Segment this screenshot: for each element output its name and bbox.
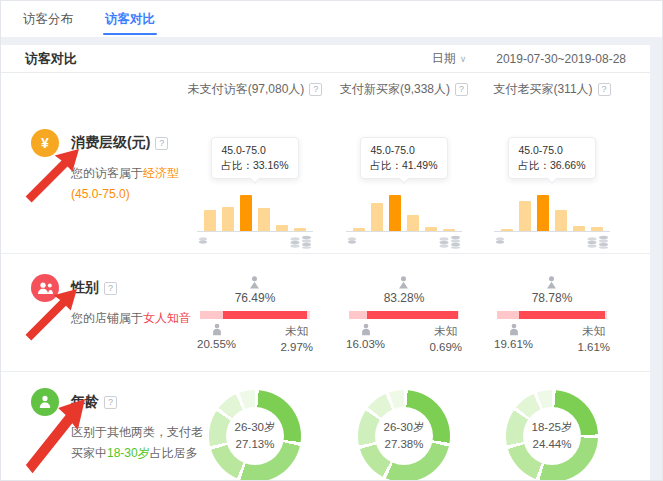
donut-center-label: 26-30岁 27.38% bbox=[375, 407, 433, 465]
unknown-label: 未知 bbox=[582, 323, 605, 339]
female-icon bbox=[396, 276, 411, 289]
male-share: 20.55% bbox=[197, 323, 236, 355]
unknown-segment bbox=[458, 311, 459, 319]
age-donut-returning-buyers[interactable]: 18-25岁 24.44% bbox=[478, 372, 626, 481]
donut-chart[interactable]: 26-30岁 27.13% bbox=[209, 390, 301, 481]
age-donut-new-buyers[interactable]: 26-30岁 27.38% bbox=[330, 372, 478, 481]
gender-ratio-bar[interactable] bbox=[200, 311, 310, 319]
annotation-arrow bbox=[23, 149, 79, 205]
gender-chart-unpaid[interactable]: 76.49% 20.55% 未知 2.97% bbox=[181, 254, 329, 355]
help-icon[interactable]: ? bbox=[104, 396, 117, 409]
age-bucket-label: 26-30岁 bbox=[384, 419, 425, 436]
bar-chart[interactable] bbox=[501, 194, 603, 231]
coin-low-icon bbox=[346, 235, 358, 247]
consumption-title: 消费层级(元) bbox=[71, 134, 150, 152]
male-icon bbox=[507, 323, 521, 336]
male-share: 19.61% bbox=[494, 323, 533, 355]
column-header-label: 支付新买家(9,338人) bbox=[340, 81, 450, 98]
consumption-chart-returning-buyers[interactable]: 45.0-75.0 占比：36.66% bbox=[478, 105, 626, 249]
unknown-percent: 0.69% bbox=[429, 339, 462, 355]
age-bucket-label: 26-30岁 bbox=[235, 419, 276, 436]
gender-bottom-labels: 20.55% 未知 2.97% bbox=[197, 323, 313, 355]
tooltip-value: 41.49% bbox=[402, 159, 438, 171]
gender-chart-returning-buyers[interactable]: 78.78% 19.61% 未知 1.61% bbox=[478, 254, 626, 355]
annotation-arrow bbox=[23, 399, 85, 477]
row-consumption-level: ¥ 消费层级(元) ? 您的访客属于经济型(45.0-75.0) 45.0-75… bbox=[1, 105, 650, 253]
female-segment bbox=[223, 311, 307, 319]
help-icon[interactable]: ? bbox=[155, 137, 168, 150]
date-range-value: 2019-07-30~2019-08-28 bbox=[496, 52, 626, 66]
tab-visitor-distribution[interactable]: 访客分布 bbox=[21, 1, 75, 38]
tooltip-value: 36.66% bbox=[550, 159, 586, 171]
date-filter[interactable]: 日期 ∨ 2019-07-30~2019-08-28 bbox=[432, 50, 626, 67]
age-donut-unpaid[interactable]: 26-30岁 27.13% bbox=[181, 372, 329, 481]
tab-visitor-comparison[interactable]: 访客对比 bbox=[103, 1, 157, 38]
unknown-label: 未知 bbox=[434, 323, 457, 339]
female-percent: 83.28% bbox=[384, 291, 425, 305]
column-header-new-buyers: 支付新买家(9,338人) ? bbox=[330, 73, 478, 105]
consumption-desc-text: 您的访客属于 bbox=[71, 166, 143, 180]
tooltip-range: 45.0-75.0 bbox=[518, 143, 585, 158]
female-percent: 78.78% bbox=[532, 291, 573, 305]
chevron-down-icon: ∨ bbox=[460, 54, 467, 64]
donut-center-label: 18-25岁 24.44% bbox=[523, 407, 581, 465]
help-icon[interactable]: ? bbox=[455, 83, 468, 96]
column-header-unpaid-visitors: 未支付访客(97,080人) ? bbox=[181, 73, 329, 105]
help-icon[interactable]: ? bbox=[104, 282, 117, 295]
unknown-share: 未知 0.69% bbox=[429, 323, 462, 355]
chart-axis bbox=[346, 231, 462, 232]
coins-high-icon bbox=[289, 235, 313, 249]
gender-bottom-labels: 16.03% 未知 0.69% bbox=[346, 323, 462, 355]
unknown-percent: 1.61% bbox=[577, 339, 610, 355]
consumption-chart-unpaid[interactable]: 45.0-75.0 占比：33.16% bbox=[181, 105, 329, 249]
age-desc-highlight: 18-30岁 bbox=[107, 446, 150, 460]
unknown-share: 未知 2.97% bbox=[280, 323, 313, 355]
coins-high-icon bbox=[438, 235, 462, 249]
bar bbox=[519, 201, 531, 231]
gender-ratio-bar[interactable] bbox=[349, 311, 459, 319]
age-bucket-percent: 24.44% bbox=[532, 436, 571, 453]
tooltip-range: 45.0-75.0 bbox=[370, 143, 437, 158]
donut-chart[interactable]: 18-25岁 24.44% bbox=[506, 390, 598, 481]
female-segment bbox=[519, 311, 606, 319]
chart-axis-icons bbox=[197, 235, 313, 249]
top-tab-bar: 访客分布 访客对比 bbox=[1, 1, 662, 37]
help-icon[interactable]: ? bbox=[598, 83, 611, 96]
tooltip-label: 占比： bbox=[518, 159, 550, 171]
chart-axis bbox=[197, 231, 313, 232]
tooltip-label: 占比： bbox=[370, 159, 402, 171]
male-segment bbox=[200, 311, 223, 319]
column-header-label: 支付老买家(311人) bbox=[493, 81, 592, 98]
male-percent: 20.55% bbox=[197, 336, 236, 352]
unknown-percent: 2.97% bbox=[280, 339, 313, 355]
bar-highlighted bbox=[537, 195, 549, 231]
gender-ratio-bar[interactable] bbox=[497, 311, 607, 319]
bar-chart[interactable] bbox=[204, 194, 306, 231]
bar bbox=[555, 210, 567, 231]
coin-low-icon bbox=[197, 235, 209, 247]
column-headers: 未支付访客(97,080人) ? 支付新买家(9,338人) ? 支付老买家(3… bbox=[1, 73, 650, 105]
female-segment bbox=[367, 311, 459, 319]
age-bucket-label: 18-25岁 bbox=[532, 419, 573, 436]
female-icon bbox=[247, 276, 262, 289]
female-percent: 76.49% bbox=[235, 291, 276, 305]
gender-bottom-labels: 19.61% 未知 1.61% bbox=[494, 323, 610, 355]
unknown-share: 未知 1.61% bbox=[577, 323, 610, 355]
male-icon bbox=[210, 323, 224, 336]
row-gender: 性别 ? 您的店铺属于女人知音 76.49% 20.55% bbox=[1, 253, 650, 371]
gender-chart-new-buyers[interactable]: 83.28% 16.03% 未知 0.69% bbox=[330, 254, 478, 355]
male-segment bbox=[349, 311, 367, 319]
row-age: 年龄 ? 区别于其他两类，支付老买家中18-30岁占比居多 26-30岁 27.… bbox=[1, 371, 650, 481]
male-icon bbox=[359, 323, 373, 336]
consumption-chart-new-buyers[interactable]: 45.0-75.0 占比：41.49% bbox=[330, 105, 478, 249]
donut-center-label: 26-30岁 27.13% bbox=[226, 407, 284, 465]
help-icon[interactable]: ? bbox=[309, 83, 322, 96]
male-percent: 19.61% bbox=[494, 336, 533, 352]
age-bucket-percent: 27.38% bbox=[384, 436, 423, 453]
chart-axis-icons bbox=[346, 235, 462, 249]
donut-chart[interactable]: 26-30岁 27.38% bbox=[358, 390, 450, 481]
bar-chart[interactable] bbox=[353, 194, 455, 231]
male-percent: 16.03% bbox=[346, 336, 385, 352]
bar bbox=[407, 215, 419, 231]
age-bucket-percent: 27.13% bbox=[235, 436, 274, 453]
